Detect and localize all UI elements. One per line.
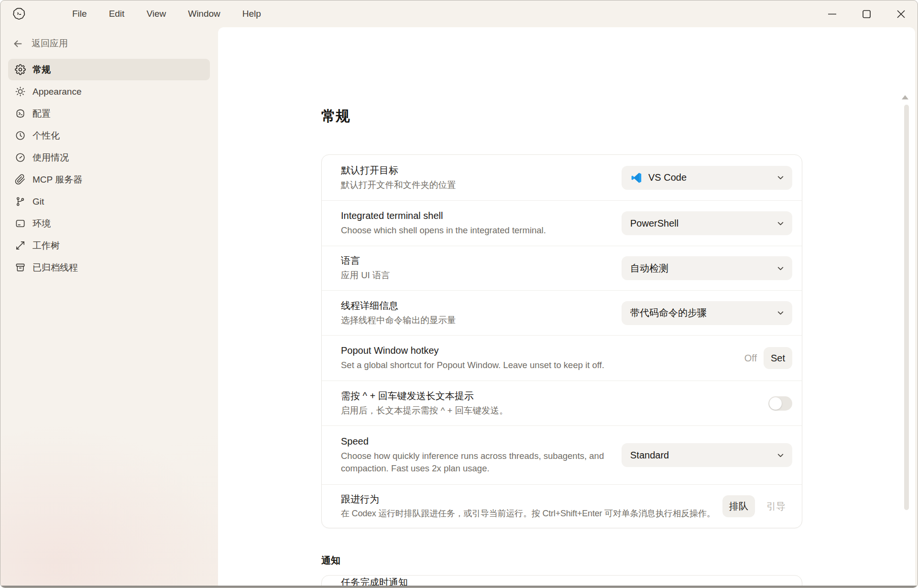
sidebar-item-label: MCP 服务器 (33, 174, 82, 186)
maximize-button[interactable] (856, 4, 876, 24)
menu-help[interactable]: Help (242, 9, 261, 19)
setting-row-popout-hotkey: Popout Window hotkey Set a global shortc… (322, 335, 802, 381)
setting-description: 在 Codex 运行时排队跟进任务，或引导当前运行。按 Ctrl+Shift+E… (341, 508, 722, 520)
setting-description: 应用 UI 语言 (341, 269, 622, 282)
worktree-arrows-icon (15, 240, 26, 251)
sidebar-item-label: Appearance (33, 87, 81, 97)
sidebar-item-appearance[interactable]: Appearance (8, 81, 210, 102)
scrollbar-thumb[interactable] (904, 105, 909, 510)
sidebar-item-config[interactable]: 配置 (8, 103, 210, 124)
terminal-blob-icon (15, 108, 26, 119)
gauge-icon (15, 152, 26, 163)
general-settings-card: 默认打开目标 默认打开文件和文件夹的位置 VS Code Integrated … (321, 154, 802, 528)
scrollbar-up-arrow[interactable] (902, 95, 908, 99)
chevron-down-icon (776, 219, 785, 228)
page-title: 常规 (321, 107, 350, 126)
sidebar-item-archived-threads[interactable]: 已归档线程 (8, 257, 210, 278)
minimize-button[interactable] (822, 4, 842, 24)
sidebar-item-label: 工作树 (33, 240, 60, 252)
setting-description: 启用后，长文本提示需按 ^ + 回车键发送。 (341, 404, 768, 417)
setting-row-terminal-shell: Integrated terminal shell Choose which s… (322, 200, 802, 246)
setting-description: Choose which shell opens in the integrat… (341, 224, 622, 237)
followup-segmented-control: 排队 引导 (722, 495, 792, 517)
setting-description: Choose how quickly inference runs across… (341, 450, 609, 474)
main-panel: 常规 默认打开目标 默认打开文件和文件夹的位置 VS Code (218, 27, 915, 588)
menu-bar: File Edit View Window Help (72, 0, 261, 27)
window-controls (822, 0, 911, 27)
setting-label: Speed (341, 436, 622, 447)
sidebar-item-label: 配置 (33, 108, 51, 120)
hotkey-status: Off (744, 353, 757, 364)
setting-description: Set a global shortcut for Popout Window.… (341, 359, 744, 371)
sidebar-item-general[interactable]: 常规 (8, 59, 210, 80)
sidebar-item-label: 使用情况 (33, 152, 69, 164)
back-label: 返回应用 (32, 37, 68, 50)
menu-view[interactable]: View (146, 9, 166, 19)
clock-icon (15, 130, 26, 141)
language-dropdown[interactable]: 自动检测 (622, 256, 792, 280)
close-button[interactable] (891, 4, 911, 24)
speed-dropdown[interactable]: Standard (622, 443, 792, 467)
thread-detail-dropdown[interactable]: 带代码命令的步骤 (622, 301, 792, 325)
setting-label: 需按 ^ + 回车键发送长文本提示 (341, 390, 768, 402)
sidebar-item-label: 个性化 (33, 130, 60, 142)
sidebar-item-usage[interactable]: 使用情况 (8, 147, 210, 168)
setting-row-language: 语言 应用 UI 语言 自动检测 (322, 246, 802, 290)
git-branch-icon (15, 196, 26, 207)
sidebar-item-environment[interactable]: 环境 (8, 213, 210, 234)
sidebar-item-mcp-servers[interactable]: MCP 服务器 (8, 169, 210, 190)
set-hotkey-button[interactable]: Set (764, 347, 792, 369)
chevron-down-icon (776, 264, 785, 272)
dropdown-value: 自动检测 (630, 262, 771, 275)
window-bottom-edge (0, 586, 918, 588)
setting-row-thread-detail: 线程详细信息 选择线程中命令输出的显示量 带代码命令的步骤 (322, 290, 802, 335)
setting-label: 语言 (341, 255, 622, 267)
sidebar-item-label: 已归档线程 (33, 261, 78, 274)
menu-file[interactable]: File (72, 9, 87, 19)
dropdown-value: Standard (630, 450, 771, 461)
sidebar-item-personalization[interactable]: 个性化 (8, 125, 210, 146)
paperclip-icon (15, 174, 26, 185)
setting-label: Popout Window hotkey (341, 345, 744, 357)
back-arrow-icon (13, 39, 23, 49)
sun-icon (15, 86, 26, 97)
titlebar: File Edit View Window Help (0, 0, 918, 27)
steer-option[interactable]: 引导 (760, 495, 792, 517)
back-to-app-button[interactable]: 返回应用 (13, 35, 68, 52)
menu-window[interactable]: Window (188, 9, 220, 19)
dropdown-value: VS Code (648, 172, 771, 183)
setting-row-followup-behavior: 跟进行为 在 Codex 运行时排队跟进任务，或引导当前运行。按 Ctrl+Sh… (322, 484, 802, 528)
dropdown-value: 带代码命令的步骤 (630, 306, 771, 319)
sidebar: 返回应用 常规 Appearance 配置 (0, 27, 218, 588)
setting-label: Integrated terminal shell (341, 210, 622, 222)
sidebar-item-label: 环境 (33, 218, 51, 230)
app-logo-icon (12, 7, 26, 21)
chevron-down-icon (776, 451, 785, 459)
setting-row-speed: Speed Choose how quickly inference runs … (322, 425, 802, 484)
archive-icon (15, 262, 26, 273)
setting-label: 跟进行为 (341, 493, 722, 505)
queue-option[interactable]: 排队 (722, 495, 755, 517)
vscode-icon (630, 172, 643, 184)
setting-row-default-open-target: 默认打开目标 默认打开文件和文件夹的位置 VS Code (322, 155, 802, 200)
menu-edit[interactable]: Edit (109, 9, 125, 19)
dropdown-value: PowerShell (630, 218, 771, 229)
setting-label: 默认打开目标 (341, 164, 622, 176)
setting-description: 选择线程中命令输出的显示量 (341, 314, 622, 327)
setting-row-ctrl-enter-send: 需按 ^ + 回车键发送长文本提示 启用后，长文本提示需按 ^ + 回车键发送。 (322, 381, 802, 425)
sidebar-item-label: Git (33, 196, 44, 207)
window-icon (15, 218, 26, 229)
toggle-knob (769, 397, 782, 410)
ctrl-enter-toggle[interactable] (768, 396, 792, 411)
terminal-shell-dropdown[interactable]: PowerShell (622, 211, 792, 235)
setting-description: 默认打开文件和文件夹的位置 (341, 179, 622, 191)
notifications-heading: 通知 (321, 554, 340, 567)
default-open-target-dropdown[interactable]: VS Code (622, 166, 792, 190)
sidebar-item-label: 常规 (33, 64, 51, 76)
chevron-down-icon (776, 309, 785, 317)
sidebar-item-git[interactable]: Git (8, 191, 210, 212)
settings-window: File Edit View Window Help 返回应用 (0, 0, 918, 588)
sidebar-item-worktree[interactable]: 工作树 (8, 235, 210, 256)
gear-icon (15, 64, 26, 75)
chevron-down-icon (776, 174, 785, 182)
